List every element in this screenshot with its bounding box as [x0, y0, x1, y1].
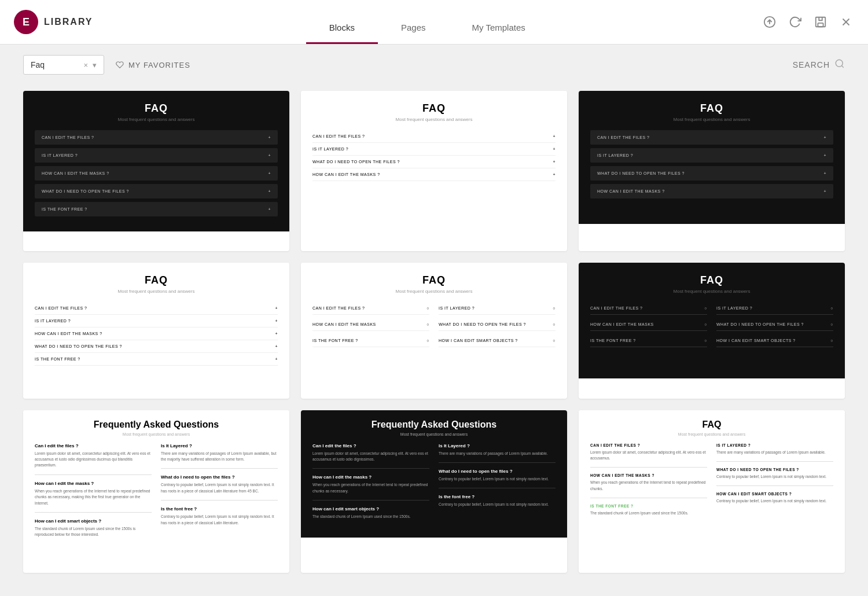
faq-section: IS IT LAYERED ? There are many variation… [716, 443, 833, 523]
template-grid: FAQ Most frequent questions and answers … [0, 85, 868, 596]
tab-blocks[interactable]: Blocks [306, 23, 378, 44]
faq-section: Can I edit the files ? Lorem ipsum dolor… [312, 443, 429, 526]
search-icon[interactable] [834, 58, 845, 71]
tab-my-templates[interactable]: My Templates [448, 23, 548, 44]
card-title: FAQ [590, 274, 833, 286]
faq-row: IS IT LAYERED ?○ [439, 302, 556, 315]
filter-value: Faq [31, 60, 79, 69]
toolbar: Faq × ▾ MY FAVORITES [0, 45, 868, 85]
header: E LIBRARY Blocks Pages My Templates [0, 0, 868, 45]
faq-section: Is It Layered ? There are many variation… [161, 443, 278, 544]
close-icon[interactable] [838, 14, 854, 30]
faq-row: IS IT LAYERED ?○ [716, 302, 833, 315]
faq-row: IS IT LAYERED ?+ [590, 148, 833, 163]
filter-arrow-icon: ▾ [93, 61, 97, 69]
save-icon[interactable] [812, 14, 829, 30]
tab-nav: Blocks Pages My Templates [107, 0, 748, 44]
faq-row: CAN I EDIT THE FILES ?+ [590, 130, 833, 145]
tab-pages[interactable]: Pages [378, 23, 449, 44]
template-card[interactable]: FAQ Most frequent questions and answers … [301, 263, 567, 398]
faq-row: HOW I CAN EDIT SMART OBJECTS ?○ [439, 334, 556, 347]
search-area [714, 58, 845, 71]
faq-row: IS IT LAYERED ?+ [35, 148, 278, 163]
template-card[interactable]: FAQ Most frequent questions and answers … [579, 263, 845, 398]
svg-rect-3 [818, 23, 823, 27]
faq-row: IS IT LAYERED ?+ [312, 143, 556, 156]
filter-dropdown[interactable]: Faq × ▾ [23, 55, 104, 75]
logo-area: E LIBRARY [0, 10, 107, 34]
card-title: FAQ [312, 102, 556, 115]
card-title: FAQ [312, 274, 556, 286]
card-subtitle: Most frequent questions and answers [312, 289, 556, 294]
template-card[interactable]: FAQ Most frequent questions and answers … [579, 91, 845, 251]
card-subtitle: Most frequent questions and answers [312, 432, 556, 436]
faq-row: IS THE FONT FREE ?○ [312, 334, 429, 347]
faq-section: CAN I EDIT THE FILES ? Lorem ipsum dolor… [590, 443, 707, 523]
faq-row: HOW CAN I EDIT THE MASKS○ [312, 318, 429, 331]
svg-line-7 [841, 65, 843, 67]
card-subtitle: Most frequent questions and answers [590, 432, 833, 436]
card-subtitle: Most frequent questions and answers [35, 117, 278, 122]
header-actions [748, 14, 868, 30]
faq-row: HOW CAN I EDIT THE MASKS ?+ [35, 166, 278, 181]
faq-row: CAN I EDIT THE FILES ?○ [590, 302, 707, 315]
faq-row: IS THE FONT FREE ?+ [35, 353, 278, 366]
faq-row: WHAT DO I NEED TO OPEN THE FILES ?○ [716, 318, 833, 331]
faq-row: IS IT LAYERED ?+ [35, 315, 278, 328]
faq-row: CAN I EDIT THE FILES ?+ [35, 302, 278, 315]
card-title: FAQ [590, 102, 833, 115]
faq-two-col-grid: CAN I EDIT THE FILES ?○ IS IT LAYERED ?○… [590, 302, 833, 347]
card-subtitle: Most frequent questions and answers [590, 117, 833, 122]
template-card[interactable]: FAQ Most frequent questions and answers … [579, 410, 845, 573]
faq-row: CAN I EDIT THE FILES ?○ [312, 302, 429, 315]
faq-row: HOW CAN I EDIT THE MASKS○ [590, 318, 707, 331]
faq-row: HOW CAN I EDIT THE MASKS ?+ [35, 328, 278, 340]
search-input[interactable] [714, 60, 830, 69]
faq-row: CAN I EDIT THE FILES ?+ [312, 130, 556, 143]
favorites-button[interactable]: MY FAVORITES [116, 61, 190, 69]
upload-icon[interactable] [762, 14, 778, 30]
elementor-logo: E [14, 10, 38, 34]
faq-row: CAN I EDIT THE FILES ?+ [35, 130, 278, 145]
filter-clear-button[interactable]: × [83, 61, 88, 69]
faq-section: Is It Layered ? There are many variation… [439, 443, 556, 526]
faq-row: WHAT DO I NEED TO OPEN THE FILES ?○ [439, 318, 556, 331]
card-title: FAQ [35, 274, 278, 286]
svg-rect-2 [816, 17, 826, 27]
template-card[interactable]: FAQ Most frequent questions and answers … [23, 263, 289, 398]
faq-row: WHAT DO I NEED TO OPEN THE FILES ?+ [35, 340, 278, 353]
card-title: Frequently Asked Questions [35, 420, 278, 430]
template-card[interactable]: Frequently Asked Questions Most frequent… [301, 410, 567, 573]
faq-row: WHAT DO I NEED TO OPEN THE FILES ?+ [590, 166, 833, 181]
faq-row: HOW I CAN EDIT SMART OBJECTS ?○ [716, 334, 833, 347]
favorites-label: MY FAVORITES [128, 61, 190, 69]
template-card[interactable]: FAQ Most frequent questions and answers … [23, 91, 289, 251]
faq-row: HOW CAN I EDIT THE MASKS ?+ [312, 168, 556, 181]
faq-row: WHAT DO I NEED TO OPEN THE FILES ?+ [35, 184, 278, 198]
card-subtitle: Most frequent questions and answers [35, 432, 278, 436]
card-subtitle: Most frequent questions and answers [590, 289, 833, 294]
faq-row: HOW CAN I EDIT THE MASKS ?+ [590, 184, 833, 198]
svg-point-6 [836, 60, 843, 67]
template-card[interactable]: Frequently Asked Questions Most frequent… [23, 410, 289, 573]
template-card[interactable]: FAQ Most frequent questions and answers … [301, 91, 567, 251]
faq-two-col-grid: CAN I EDIT THE FILES ?○ IS IT LAYERED ?○… [312, 302, 556, 347]
faq-row: IS THE FONT FREE ?○ [590, 334, 707, 347]
card-title: FAQ [35, 102, 278, 115]
library-title: LIBRARY [44, 17, 93, 27]
card-title: Frequently Asked Questions [312, 420, 556, 430]
card-title: FAQ [590, 420, 833, 430]
card-subtitle: Most frequent questions and answers [312, 117, 556, 122]
card-subtitle: Most frequent questions and answers [35, 289, 278, 294]
refresh-icon[interactable] [787, 14, 803, 30]
faq-row: WHAT DO I NEED TO OPEN THE FILES ?+ [312, 156, 556, 168]
faq-row: IS THE FONT FREE ?+ [35, 202, 278, 216]
faq-section: Can I edit the files ? Lorem ipsum dolor… [35, 443, 152, 544]
